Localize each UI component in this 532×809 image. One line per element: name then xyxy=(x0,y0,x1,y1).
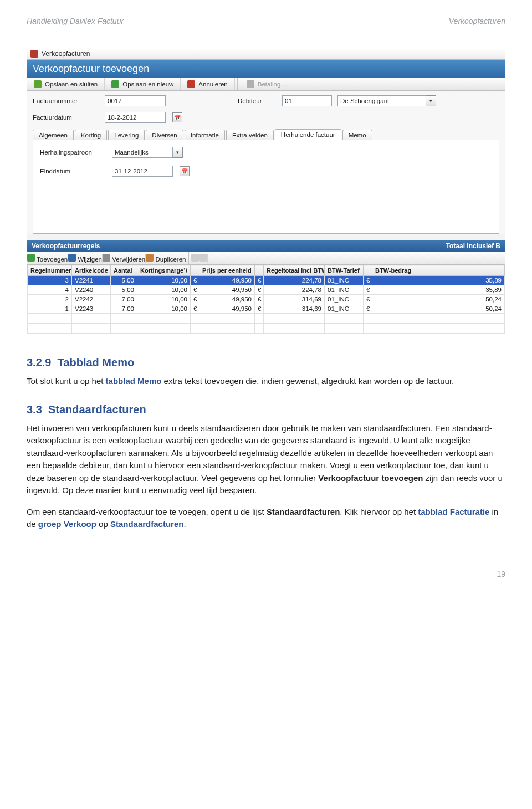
tab-panel-herhalende-factuur: Herhalingspatroon Maandelijks ▾ Einddatu… xyxy=(33,140,499,234)
payment-button: Betaling… xyxy=(240,78,294,90)
table-row[interactable]: 3V22415,0010,00€49,950€224,7801_INC€35,8… xyxy=(28,276,505,285)
pattern-label: Herhalingspatroon xyxy=(40,149,106,156)
table-row-empty xyxy=(28,324,505,334)
line-prev-button[interactable] xyxy=(191,254,200,263)
line-add-button[interactable]: Toevoegen xyxy=(27,254,68,263)
cancel-button[interactable]: Annuleren xyxy=(181,78,234,90)
doc-header-left: Handleiding Davilex Factuur xyxy=(27,17,124,25)
section-3-2-9: 3.2.9 Tabblad Memo xyxy=(27,354,505,371)
lines-toolbar-separator xyxy=(188,252,189,264)
debtor-code-field[interactable]: 01 xyxy=(282,95,332,106)
main-toolbar: Opslaan en sluiten Opslaan en nieuw Annu… xyxy=(27,78,505,91)
table-row[interactable]: 1V22437,0010,00€49,950€314,6901_INC€50,2… xyxy=(28,304,505,314)
tab-herhalende-factuur[interactable]: Herhalende factuur xyxy=(275,129,341,140)
section-3-3: 3.3 Standaardfacturen xyxy=(27,401,505,418)
cancel-label: Annuleren xyxy=(198,81,227,88)
window-title-bar: Verkoopfacturen xyxy=(27,48,505,60)
col-cur2 xyxy=(255,265,264,276)
arrow-right-icon xyxy=(200,254,207,262)
line-next-button[interactable] xyxy=(200,254,208,263)
app-window: Verkoopfacturen Verkoopfactuur toevoegen… xyxy=(27,48,505,334)
payment-label: Betaling… xyxy=(258,81,287,88)
tab-informatie[interactable]: Informatie xyxy=(185,130,225,140)
para-33b: Om een standaard-verkoopfactuur toe te v… xyxy=(27,506,505,531)
tab-korting[interactable]: Korting xyxy=(75,130,107,140)
invoice-date-field[interactable]: 18-2-2012 xyxy=(105,112,166,123)
trash-icon xyxy=(103,254,110,262)
invoice-number-label: Factuurnummer xyxy=(33,98,99,104)
lines-section-title: Verkoopfactuurregels xyxy=(32,242,100,250)
lines-total-label: Totaal inclusief B xyxy=(446,242,500,250)
lines-toolbar: Toevoegen Wijzigen Verwijderen Duplicere… xyxy=(27,252,505,265)
table-row[interactable]: 4V22405,0010,00€49,950€224,7801_INC€35,8… xyxy=(28,285,505,295)
para-33a: Het invoeren van verkoopfacturen kunt u … xyxy=(27,422,505,497)
check-icon xyxy=(34,80,42,88)
debtor-dropdown-button[interactable]: ▾ xyxy=(426,95,436,106)
col-btwbedrag[interactable]: BTW-bedrag xyxy=(372,265,505,276)
cross-icon xyxy=(187,80,195,88)
col-regeltot[interactable]: Regeltotaal incl BTW xyxy=(264,265,325,276)
debtor-label: Debiteur xyxy=(238,98,277,104)
col-ppe[interactable]: Prijs per eenheid xyxy=(200,265,255,276)
payment-icon xyxy=(247,80,254,88)
tab-memo[interactable]: Memo xyxy=(342,130,372,140)
table-header-row: Regelnummer Artikelcode Aantal Kortingsm… xyxy=(28,265,505,276)
line-duplicate-label: Dupliceren xyxy=(155,256,186,263)
lines-table[interactable]: Regelnummer Artikelcode Aantal Kortingsm… xyxy=(27,265,505,334)
arrow-left-icon xyxy=(191,254,199,262)
save-close-button[interactable]: Opslaan en sluiten xyxy=(27,78,105,90)
tab-extra-velden[interactable]: Extra velden xyxy=(226,130,274,140)
col-cur3 xyxy=(364,265,372,276)
pattern-dropdown-button[interactable]: ▾ xyxy=(173,147,183,158)
plus-icon xyxy=(111,80,119,88)
col-regelnr[interactable]: Regelnummer xyxy=(28,265,72,276)
save-close-label: Opslaan en sluiten xyxy=(45,81,98,88)
pattern-select[interactable]: Maandelijks xyxy=(112,147,173,158)
form-heading: Verkoopfactuur toevoegen xyxy=(27,60,505,78)
enddate-picker-button[interactable]: 📅 xyxy=(180,166,190,176)
table-row[interactable]: 2V22427,0010,00€49,950€314,6901_INC€50,2… xyxy=(28,295,505,304)
save-new-label: Opslaan en nieuw xyxy=(122,81,173,88)
invoice-number-field[interactable]: 0017 xyxy=(105,95,166,106)
tabstrip: AlgemeenKortingLeveringDiversenInformati… xyxy=(33,129,499,140)
col-marge[interactable]: Kortingsmarge¹/ xyxy=(137,265,191,276)
invoice-date-picker-button[interactable]: 📅 xyxy=(172,112,182,122)
debtor-name-field[interactable]: De Schoengigant xyxy=(337,95,426,106)
duplicate-icon xyxy=(146,254,154,262)
page-number: 19 xyxy=(27,570,505,578)
tab-algemeen[interactable]: Algemeen xyxy=(33,130,74,140)
window-title: Verkoopfacturen xyxy=(42,50,90,58)
edit-icon xyxy=(68,254,76,262)
toolbar-separator xyxy=(237,78,238,90)
app-icon xyxy=(30,50,38,58)
line-delete-label: Verwijderen xyxy=(112,256,145,263)
add-icon xyxy=(27,254,35,262)
line-duplicate-button[interactable]: Dupliceren xyxy=(146,254,186,263)
tab-diversen[interactable]: Diversen xyxy=(146,130,183,140)
enddate-field[interactable]: 31-12-2012 xyxy=(112,166,173,177)
col-artikel[interactable]: Artikelcode xyxy=(72,265,111,276)
tab-levering[interactable]: Levering xyxy=(108,130,145,140)
save-new-button[interactable]: Opslaan en nieuw xyxy=(105,78,181,90)
line-delete-button[interactable]: Verwijderen xyxy=(103,254,146,263)
enddate-label: Einddatum xyxy=(40,168,106,175)
doc-header-right: Verkoopfacturen xyxy=(449,17,505,25)
line-add-label: Toevoegen xyxy=(37,256,68,263)
para-329: Tot slot kunt u op het tabblad Memo extr… xyxy=(27,375,505,388)
col-cur1 xyxy=(191,265,200,276)
line-edit-label: Wijzigen xyxy=(78,256,101,263)
table-row-empty xyxy=(28,314,505,324)
col-aantal[interactable]: Aantal xyxy=(111,265,137,276)
lines-section-header: Verkoopfactuurregels Totaal inclusief B xyxy=(27,240,505,252)
invoice-date-label: Factuurdatum xyxy=(33,114,99,121)
line-edit-button[interactable]: Wijzigen xyxy=(68,254,103,263)
doc-header: Handleiding Davilex Factuur Verkoopfactu… xyxy=(27,17,505,25)
col-tarief[interactable]: BTW-Tarief xyxy=(325,265,364,276)
